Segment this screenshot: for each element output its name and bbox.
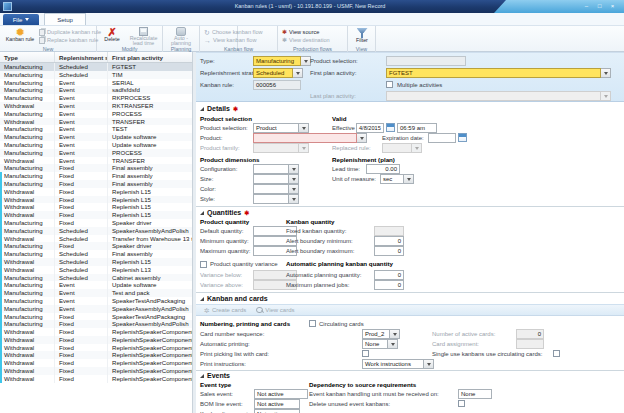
tab-setup[interactable]: Setup [44,13,86,25]
last-plan-activity-field[interactable] [386,91,601,101]
restore-button[interactable]: □ [594,2,605,10]
column-header-type[interactable]: Type [0,52,55,62]
circulating-cards-checkbox[interactable] [309,320,316,327]
chevron-down-icon[interactable] [293,68,303,78]
product-select[interactable] [253,133,357,143]
replenishment-strategy-select[interactable]: Scheduled [253,68,293,78]
table-row[interactable]: ManufacturingEventsadfsfdsfd [0,86,192,94]
table-row[interactable]: ManufacturingEventPROCESS [0,110,192,118]
table-row[interactable]: WithdrawalEventTRANSFER [0,118,192,126]
table-row[interactable]: ManufacturingEventTEST [0,125,192,133]
kanban-rule-button[interactable]: ✹ Kanban rule [4,27,36,47]
automatic-planning-quantity-field[interactable]: 0 [374,270,404,280]
style-select[interactable] [253,194,289,204]
chevron-down-icon[interactable] [289,174,299,184]
duplicate-kanban-rule-button[interactable]: Duplicate kanban rule [39,28,101,36]
chevron-down-icon[interactable] [390,329,400,339]
lead-time-field[interactable]: 0.00 [366,164,400,174]
automatic-printing-select[interactable]: None [362,339,388,349]
table-row[interactable]: ManufacturingScheduledFGTEST [0,63,192,71]
maximum-planned-jobs-field[interactable]: 0 [374,280,404,290]
delete-button[interactable]: ✗ Delete [99,27,125,47]
table-row[interactable]: ManufacturingEventUpdate software [0,133,192,141]
chevron-down-icon[interactable] [404,174,414,184]
color-select[interactable] [253,184,289,194]
table-row[interactable]: WithdrawalScheduledReplenish L13 [0,266,192,274]
table-row[interactable]: ManufacturingFixedSpeaker driver [0,242,192,250]
table-row[interactable]: ManufacturingEventUpdate software [0,281,192,289]
chevron-down-icon[interactable] [424,359,434,369]
table-row[interactable]: ManufacturingFixedFinal assembly [0,180,192,188]
table-row[interactable]: ManufacturingScheduledFinal assembly [0,250,192,258]
unit-of-measure-select[interactable]: sec [380,174,404,184]
table-row[interactable]: WithdrawalFixedReplenish L15 [0,196,192,204]
calendar-icon[interactable] [386,123,395,132]
product-selection-header-field[interactable] [386,56,466,66]
product-quantity-variance-checkbox[interactable] [200,261,207,268]
sales-event-field[interactable]: Not active [254,389,308,399]
chevron-down-icon[interactable] [299,123,309,133]
table-row[interactable]: WithdrawalFixedReplenish L15 [0,211,192,219]
close-button[interactable]: × [607,2,618,10]
column-header-replenishment[interactable]: Replenishment st... [55,52,108,62]
table-row[interactable]: ManufacturingScheduledTIM [0,71,192,79]
effective-time-field[interactable]: 06:59 am [397,123,437,133]
table-row[interactable]: ManufacturingEventPROCESS [0,149,192,157]
table-row[interactable]: WithdrawalFixedReplenishSpeakerComponent… [0,359,192,367]
auto-planning-button[interactable]: Auto - planning [166,27,196,47]
view-destination-button[interactable]: ✱ View destination [282,36,330,44]
bom-line-event-field[interactable]: Not active [254,399,300,409]
configuration-select[interactable] [253,164,289,174]
file-menu-button[interactable]: File [3,14,39,25]
table-row[interactable]: ManufacturingEventTest and pack [0,289,192,297]
handling-unit-field[interactable]: None [458,389,492,399]
table-row[interactable]: WithdrawalScheduledTransfer from Warehou… [0,235,192,243]
product-selection-select[interactable]: Product [253,123,299,133]
table-row[interactable]: WithdrawalFixedReplenish L15 [0,203,192,211]
view-source-button[interactable]: ✱ View source [282,28,319,36]
recalculate-lead-time-button[interactable]: Recalculate lead time [126,27,161,47]
expiration-date-field[interactable] [428,133,456,143]
chevron-down-icon[interactable] [601,68,611,78]
card-assignment-field[interactable] [516,339,544,349]
table-row[interactable]: ManufacturingFixedSpeaker driver [0,219,192,227]
table-row[interactable]: WithdrawalFixedReplenishSpeakerComponent… [0,351,192,359]
column-header-first-plan-activity[interactable]: First plan activity [108,52,192,62]
table-row[interactable]: ManufacturingEventSpeakerTestAndPackagin… [0,297,192,305]
table-row[interactable]: ManufacturingFixedFinal assembly [0,172,192,180]
chevron-down-icon[interactable] [289,194,299,204]
table-row[interactable]: WithdrawalFixedReplenishSpeakerComponent… [0,344,192,352]
calendar-icon[interactable] [458,133,467,142]
alert-boundary-maximum-field[interactable]: 0 [374,246,404,256]
fixed-kanban-quantity-field[interactable] [374,226,404,236]
table-row[interactable]: WithdrawalFixedReplenishSpeakerComponent… [0,328,192,336]
section-kanban-and-cards[interactable]: Kanban and cards [200,295,268,302]
minimize-button[interactable]: – [581,2,592,10]
view-cards-button[interactable]: View cards [256,307,294,314]
chevron-down-icon[interactable] [289,164,299,174]
table-row[interactable]: WithdrawalScheduledReplenish L15 [0,258,192,266]
table-row[interactable]: WithdrawalFixedReplenishSpeakerComponent… [0,375,192,383]
chevron-down-icon[interactable] [388,339,398,349]
section-quantities[interactable]: Quantities ✱ [200,209,249,216]
kanban-line-event-field[interactable]: Not active [254,409,300,413]
print-instructions-select[interactable]: Work instructions [362,359,424,369]
type-select[interactable]: Manufacturing [253,56,301,66]
chevron-down-icon[interactable] [289,184,299,194]
product-family-select[interactable] [253,143,299,153]
table-row[interactable]: ManufacturingFixedSpeakerAssemblyAndPoli… [0,320,192,328]
alert-boundary-minimum-field[interactable]: 0 [374,236,404,246]
replace-kanban-rule-button[interactable]: Replace kanban rule [39,36,98,44]
table-row[interactable]: ManufacturingEventSpeakerAssemblyAndPoli… [0,305,192,313]
card-number-sequence-select[interactable]: Prod_2 [362,329,390,339]
print-picking-list-checkbox[interactable] [362,350,369,357]
table-row[interactable]: ManufacturingEventRKPROCESS [0,94,192,102]
section-events[interactable]: Events [200,372,230,379]
filter-button[interactable]: Filter [351,27,373,47]
size-select[interactable] [253,174,289,184]
view-kanban-flow-button[interactable]: → View kanban flow [204,36,256,44]
section-details[interactable]: Details ✱ [200,105,238,112]
first-plan-activity-field[interactable]: FGTEST [386,68,601,78]
table-row[interactable]: WithdrawalFixedReplenish L15 [0,188,192,196]
table-row[interactable]: ManufacturingFixedSpeakerTestAndPackagin… [0,313,192,321]
